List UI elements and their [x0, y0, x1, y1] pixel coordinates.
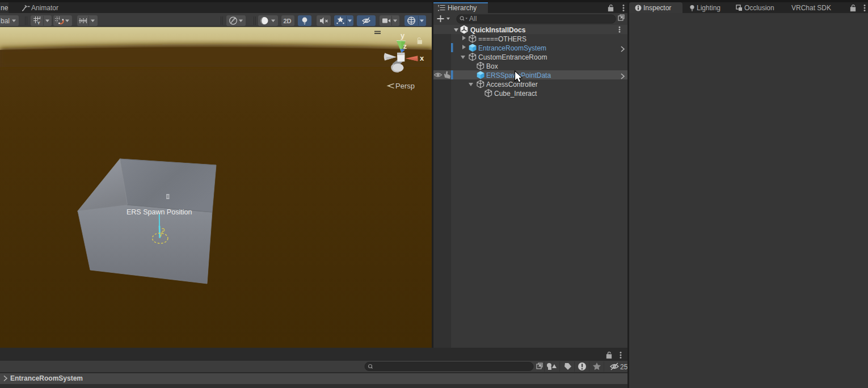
svg-text:Box: Box [486, 62, 498, 70]
svg-text:Cube_Interact: Cube_Interact [494, 90, 537, 98]
svg-text:bal: bal [1, 17, 10, 25]
svg-text:2D: 2D [284, 18, 292, 24]
svg-text:All: All [469, 15, 477, 23]
svg-text:AccessController: AccessController [486, 81, 538, 88]
svg-text:Persp: Persp [395, 82, 415, 90]
svg-text:EntranceRoomSystem: EntranceRoomSystem [478, 44, 546, 52]
svg-text:=====OTHERS: =====OTHERS [478, 35, 526, 43]
svg-text:y: y [401, 31, 405, 40]
svg-text:CustomEntranceRoom: CustomEntranceRoom [478, 53, 547, 61]
svg-text:z: z [403, 42, 407, 50]
svg-text:QuickInstallDocs: QuickInstallDocs [470, 26, 526, 34]
svg-text:x: x [420, 54, 424, 62]
svg-text:Y: Y [37, 20, 41, 26]
svg-text:25: 25 [620, 363, 627, 371]
